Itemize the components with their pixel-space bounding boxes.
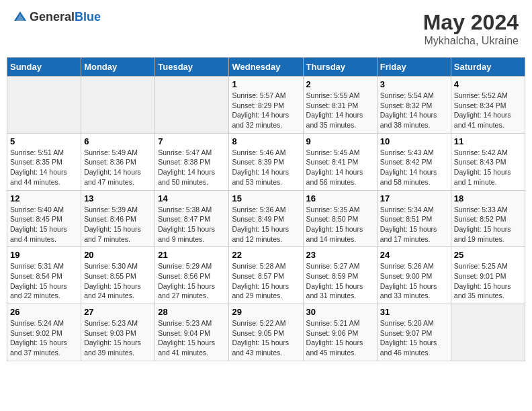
header-sunday: Sunday xyxy=(7,58,81,77)
calendar-cell: 28Sunrise: 5:23 AM Sunset: 9:04 PM Dayli… xyxy=(155,304,229,361)
day-info: Sunrise: 5:43 AM Sunset: 8:42 PM Dayligh… xyxy=(380,148,448,187)
day-info: Sunrise: 5:51 AM Sunset: 8:35 PM Dayligh… xyxy=(10,148,78,187)
day-number: 5 xyxy=(10,136,78,146)
calendar-cell xyxy=(451,304,525,361)
day-info: Sunrise: 5:34 AM Sunset: 8:51 PM Dayligh… xyxy=(380,205,448,244)
calendar-cell: 10Sunrise: 5:43 AM Sunset: 8:42 PM Dayli… xyxy=(377,133,451,190)
day-info: Sunrise: 5:24 AM Sunset: 9:02 PM Dayligh… xyxy=(10,318,78,358)
calendar-cell: 2Sunrise: 5:55 AM Sunset: 8:31 PM Daylig… xyxy=(303,77,377,134)
calendar-cell: 14Sunrise: 5:38 AM Sunset: 8:47 PM Dayli… xyxy=(155,190,229,247)
day-info: Sunrise: 5:46 AM Sunset: 8:39 PM Dayligh… xyxy=(232,148,300,187)
calendar-cell: 24Sunrise: 5:26 AM Sunset: 9:00 PM Dayli… xyxy=(377,247,451,304)
day-info: Sunrise: 5:29 AM Sunset: 8:56 PM Dayligh… xyxy=(158,261,226,301)
calendar-cell: 8Sunrise: 5:46 AM Sunset: 8:39 PM Daylig… xyxy=(229,133,303,190)
calendar-cell: 26Sunrise: 5:24 AM Sunset: 9:02 PM Dayli… xyxy=(7,304,81,361)
day-number: 28 xyxy=(158,307,226,317)
calendar-cell: 5Sunrise: 5:51 AM Sunset: 8:35 PM Daylig… xyxy=(7,133,81,190)
header-saturday: Saturday xyxy=(451,58,525,77)
day-number: 19 xyxy=(10,250,78,260)
day-info: Sunrise: 5:20 AM Sunset: 9:07 PM Dayligh… xyxy=(380,318,448,358)
header-wednesday: Wednesday xyxy=(229,58,303,77)
day-info: Sunrise: 5:36 AM Sunset: 8:49 PM Dayligh… xyxy=(232,205,300,244)
calendar-cell: 31Sunrise: 5:20 AM Sunset: 9:07 PM Dayli… xyxy=(377,304,451,361)
day-number: 12 xyxy=(10,193,78,203)
day-number: 4 xyxy=(454,79,522,89)
location-subtitle: Mykhalcha, Ukraine xyxy=(423,35,519,47)
day-info: Sunrise: 5:40 AM Sunset: 8:45 PM Dayligh… xyxy=(10,205,78,244)
calendar-cell: 29Sunrise: 5:22 AM Sunset: 9:05 PM Dayli… xyxy=(229,304,303,361)
calendar-cell: 16Sunrise: 5:35 AM Sunset: 8:50 PM Dayli… xyxy=(303,190,377,247)
day-info: Sunrise: 5:55 AM Sunset: 8:31 PM Dayligh… xyxy=(306,91,374,130)
logo: GeneralBlue xyxy=(13,10,101,24)
calendar-week-2: 5Sunrise: 5:51 AM Sunset: 8:35 PM Daylig… xyxy=(7,133,525,190)
day-number: 7 xyxy=(158,136,226,146)
calendar-cell: 11Sunrise: 5:42 AM Sunset: 8:43 PM Dayli… xyxy=(451,133,525,190)
day-number: 11 xyxy=(454,136,522,146)
calendar-cell xyxy=(155,77,229,134)
logo-blue-text: Blue xyxy=(75,10,101,24)
day-number: 14 xyxy=(158,193,226,203)
calendar-cell: 25Sunrise: 5:25 AM Sunset: 9:01 PM Dayli… xyxy=(451,247,525,304)
day-number: 16 xyxy=(306,193,374,203)
calendar-cell: 7Sunrise: 5:47 AM Sunset: 8:38 PM Daylig… xyxy=(155,133,229,190)
day-info: Sunrise: 5:47 AM Sunset: 8:38 PM Dayligh… xyxy=(158,148,226,187)
header-friday: Friday xyxy=(377,58,451,77)
main-title: May 2024 xyxy=(423,10,519,35)
calendar-cell: 22Sunrise: 5:28 AM Sunset: 8:57 PM Dayli… xyxy=(229,247,303,304)
calendar-cell: 12Sunrise: 5:40 AM Sunset: 8:45 PM Dayli… xyxy=(7,190,81,247)
day-info: Sunrise: 5:25 AM Sunset: 9:01 PM Dayligh… xyxy=(454,261,522,301)
day-number: 10 xyxy=(380,136,448,146)
header-thursday: Thursday xyxy=(303,58,377,77)
page-header: GeneralBlue May 2024 Mykhalcha, Ukraine xyxy=(7,7,525,50)
day-number: 2 xyxy=(306,79,374,89)
day-info: Sunrise: 5:23 AM Sunset: 9:03 PM Dayligh… xyxy=(84,318,152,358)
day-number: 24 xyxy=(380,250,448,260)
day-info: Sunrise: 5:57 AM Sunset: 8:29 PM Dayligh… xyxy=(232,91,300,130)
calendar-cell: 20Sunrise: 5:30 AM Sunset: 8:55 PM Dayli… xyxy=(81,247,155,304)
calendar-cell: 15Sunrise: 5:36 AM Sunset: 8:49 PM Dayli… xyxy=(229,190,303,247)
calendar-header-row: SundayMondayTuesdayWednesdayThursdayFrid… xyxy=(7,58,525,77)
day-number: 30 xyxy=(306,307,374,317)
day-number: 13 xyxy=(84,193,152,203)
day-info: Sunrise: 5:23 AM Sunset: 9:04 PM Dayligh… xyxy=(158,318,226,358)
day-number: 6 xyxy=(84,136,152,146)
day-info: Sunrise: 5:22 AM Sunset: 9:05 PM Dayligh… xyxy=(232,318,300,358)
day-number: 26 xyxy=(10,307,78,317)
day-number: 15 xyxy=(232,193,300,203)
day-info: Sunrise: 5:28 AM Sunset: 8:57 PM Dayligh… xyxy=(232,261,300,301)
calendar-week-5: 26Sunrise: 5:24 AM Sunset: 9:02 PM Dayli… xyxy=(7,304,525,361)
day-number: 8 xyxy=(232,136,300,146)
day-number: 17 xyxy=(380,193,448,203)
calendar-cell: 23Sunrise: 5:27 AM Sunset: 8:59 PM Dayli… xyxy=(303,247,377,304)
day-number: 25 xyxy=(454,250,522,260)
logo-general-text: General xyxy=(30,10,75,24)
calendar-cell: 21Sunrise: 5:29 AM Sunset: 8:56 PM Dayli… xyxy=(155,247,229,304)
calendar-cell: 19Sunrise: 5:31 AM Sunset: 8:54 PM Dayli… xyxy=(7,247,81,304)
title-block: May 2024 Mykhalcha, Ukraine xyxy=(423,10,519,47)
day-info: Sunrise: 5:27 AM Sunset: 8:59 PM Dayligh… xyxy=(306,261,374,301)
calendar-cell xyxy=(81,77,155,134)
calendar-week-1: 1Sunrise: 5:57 AM Sunset: 8:29 PM Daylig… xyxy=(7,77,525,134)
day-number: 31 xyxy=(380,307,448,317)
calendar-table: SundayMondayTuesdayWednesdayThursdayFrid… xyxy=(7,57,525,361)
calendar-cell xyxy=(7,77,81,134)
day-info: Sunrise: 5:26 AM Sunset: 9:00 PM Dayligh… xyxy=(380,261,448,301)
calendar-cell: 27Sunrise: 5:23 AM Sunset: 9:03 PM Dayli… xyxy=(81,304,155,361)
header-monday: Monday xyxy=(81,58,155,77)
day-number: 21 xyxy=(158,250,226,260)
day-info: Sunrise: 5:45 AM Sunset: 8:41 PM Dayligh… xyxy=(306,148,374,187)
logo-icon xyxy=(13,11,27,24)
day-info: Sunrise: 5:49 AM Sunset: 8:36 PM Dayligh… xyxy=(84,148,152,187)
header-tuesday: Tuesday xyxy=(155,58,229,77)
day-number: 18 xyxy=(454,193,522,203)
day-info: Sunrise: 5:31 AM Sunset: 8:54 PM Dayligh… xyxy=(10,261,78,301)
day-info: Sunrise: 5:52 AM Sunset: 8:34 PM Dayligh… xyxy=(454,91,522,130)
day-info: Sunrise: 5:38 AM Sunset: 8:47 PM Dayligh… xyxy=(158,205,226,244)
calendar-cell: 3Sunrise: 5:54 AM Sunset: 8:32 PM Daylig… xyxy=(377,77,451,134)
calendar-cell: 1Sunrise: 5:57 AM Sunset: 8:29 PM Daylig… xyxy=(229,77,303,134)
day-info: Sunrise: 5:35 AM Sunset: 8:50 PM Dayligh… xyxy=(306,205,374,244)
day-number: 27 xyxy=(84,307,152,317)
day-info: Sunrise: 5:39 AM Sunset: 8:46 PM Dayligh… xyxy=(84,205,152,244)
day-info: Sunrise: 5:33 AM Sunset: 8:52 PM Dayligh… xyxy=(454,205,522,244)
day-info: Sunrise: 5:30 AM Sunset: 8:55 PM Dayligh… xyxy=(84,261,152,301)
